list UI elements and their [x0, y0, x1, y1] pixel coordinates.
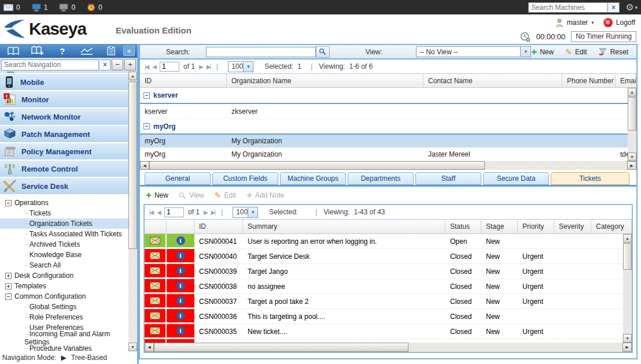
clear-search-icon[interactable]: × — [608, 2, 620, 13]
sidebar-item-patch-management[interactable]: Patch Management — [0, 126, 128, 143]
info-icon[interactable]: i — [176, 281, 185, 290]
sidebar-item-mobile[interactable]: Mobile — [0, 74, 128, 91]
search-go-button[interactable] — [316, 46, 330, 58]
scroll-up-icon[interactable]: ▲ — [623, 234, 632, 243]
column-header-email[interactable]: Email — [616, 74, 636, 87]
page-size-select[interactable]: 100▾ — [233, 207, 258, 218]
ticket-row[interactable]: i CSN000037 Target a pool take 2 Closed … — [145, 294, 632, 309]
collapse-box-icon[interactable] — [5, 294, 12, 300]
machines-online-counter[interactable]: 1 — [32, 3, 48, 12]
collapse-box-icon[interactable] — [143, 92, 150, 99]
help-icon[interactable]: ? — [50, 44, 74, 58]
column-header-summary[interactable]: Summary — [243, 220, 445, 233]
scrollbar-thumb[interactable] — [149, 161, 485, 170]
tree-item-desk-configuration[interactable]: Desk Configuration — [0, 270, 128, 281]
column-header-organization-name[interactable]: Organization Name — [227, 74, 423, 87]
tree-item-organization-tickets[interactable]: Organization Tickets — [0, 218, 128, 229]
ticket-row-partial[interactable]: i — [145, 339, 632, 343]
info-icon[interactable]: i — [176, 266, 185, 275]
tree-item-archived-tickets[interactable]: Archived Tickets — [0, 239, 128, 250]
collapse-sidebar-icon[interactable]: « — [123, 46, 135, 56]
search-navigation-input[interactable] — [1, 60, 99, 70]
sidebar-item-policy-management[interactable]: Policy Management — [0, 143, 128, 161]
column-header-mail-flag[interactable] — [145, 220, 167, 233]
column-header-id[interactable]: ID — [140, 74, 227, 87]
edit-view-button[interactable]: ✎Edit — [565, 47, 587, 57]
tab-staff[interactable]: Staff — [415, 172, 481, 185]
info-icon[interactable]: i — [176, 326, 185, 335]
next-page-icon[interactable]: ▶ — [199, 64, 202, 70]
org-row-selected[interactable]: myOrg My Organization — [140, 135, 636, 148]
logoff-button[interactable]: Logoff — [616, 18, 635, 27]
tree-item-common-configuration[interactable]: Common Configuration — [0, 291, 128, 302]
organizations-horizontal-scrollbar[interactable]: ◀ ▶ — [140, 161, 636, 170]
sidebar-vertical-scrollbar[interactable]: ▲ ▼ — [128, 72, 137, 351]
ticket-row[interactable]: i CSN000035 New ticket.... Closed New Ur… — [145, 324, 632, 339]
tickets-horizontal-scrollbar[interactable]: ◀ ▶ — [145, 343, 632, 352]
page-size-select[interactable]: 100▾ — [228, 61, 253, 72]
tree-item-role-preferences[interactable]: Role Preferences — [0, 312, 128, 322]
scroll-right-icon[interactable]: ▶ — [622, 343, 632, 352]
scrollbar-thumb[interactable] — [154, 343, 408, 352]
tickets-vertical-scrollbar[interactable]: ▲ ▼ — [623, 234, 632, 343]
navigation-mode-value[interactable]: Tree-Based — [71, 354, 107, 362]
collapse-all-button[interactable]: − — [112, 59, 123, 70]
tree-item-incoming-email-and-alarm-settings[interactable]: Incoming Email and Alarm Settings — [0, 333, 128, 343]
tab-departments[interactable]: Departments — [348, 172, 414, 185]
edit-ticket-button[interactable]: ✎Edit — [215, 191, 236, 200]
last-page-icon[interactable]: ▶| — [207, 64, 210, 70]
tree-item-templates[interactable]: Templates — [0, 281, 128, 291]
column-header-stage[interactable]: Stage — [481, 220, 518, 233]
tree-item-knowledge-base[interactable]: Knowledge Base — [0, 250, 128, 260]
column-header-category[interactable]: Category — [591, 220, 632, 233]
add-note-button[interactable]: +Add Note — [246, 191, 284, 199]
tree-item-global-settings[interactable]: Global Settings — [0, 302, 128, 312]
collapse-box-icon[interactable] — [143, 123, 150, 129]
search-machines-input[interactable] — [528, 2, 608, 13]
reset-view-button[interactable]: Reset — [599, 48, 628, 56]
expand-box-icon[interactable] — [5, 273, 12, 279]
expand-box-icon[interactable] — [5, 283, 12, 289]
scrollbar-thumb[interactable] — [623, 243, 632, 270]
first-page-icon[interactable]: |◀ — [145, 64, 148, 70]
view-select[interactable]: -- No View -- ▾ — [416, 46, 531, 57]
column-header-contact-name[interactable]: Contact Name — [423, 74, 562, 87]
info-icon[interactable]: i — [176, 296, 185, 305]
clipboard-icon[interactable] — [99, 44, 123, 58]
ticket-row[interactable]: i CSN000038 no assignee Closed New Urgen… — [145, 279, 632, 294]
expand-all-button[interactable]: + — [124, 59, 136, 70]
inbox-counter[interactable]: 0 — [3, 3, 20, 12]
org-group-row[interactable]: myOrg — [140, 119, 636, 135]
scroll-down-icon[interactable]: ▼ — [623, 334, 632, 343]
info-icon[interactable]: i — [176, 311, 185, 320]
tree-item-operations[interactable]: Operations — [0, 198, 128, 208]
new-ticket-button[interactable]: +New — [146, 191, 168, 199]
timer-clock-icon[interactable] — [520, 32, 531, 42]
chevron-down-icon[interactable]: ▾ — [520, 47, 531, 57]
ticket-row[interactable]: i CSN000041 User is reporting an error w… — [145, 234, 632, 249]
alarm-counter[interactable]: 0 — [87, 3, 102, 12]
ticket-row[interactable]: i CSN000039 Target Jango Closed New Urge… — [145, 264, 632, 279]
column-header-severity[interactable]: Severity — [554, 220, 591, 233]
org-row[interactable]: myOrg My Organization Jaster Mereel tde — [140, 148, 636, 161]
column-header-phone-number[interactable]: Phone Number — [562, 74, 616, 87]
scrollbar-thumb[interactable] — [628, 97, 636, 131]
tab-secure-data[interactable]: Secure Data — [483, 172, 549, 185]
scroll-left-icon[interactable]: ◀ — [140, 161, 149, 170]
tab-general[interactable]: General — [145, 172, 211, 185]
ticket-row[interactable]: i CSN000040 Target Service Desk Closed N… — [145, 249, 632, 264]
tree-item-tasks-associated-with-tickets[interactable]: Tasks Associated With Tickets — [0, 229, 128, 239]
tab-tickets[interactable]: Tickets — [551, 172, 629, 185]
scroll-down-icon[interactable]: ▼ — [128, 343, 137, 351]
scroll-right-icon[interactable]: ▶ — [627, 161, 636, 170]
scroll-left-icon[interactable]: ◀ — [145, 343, 154, 352]
new-view-button[interactable]: +New — [531, 48, 554, 56]
next-page-icon[interactable]: ▶ — [204, 209, 207, 216]
scroll-up-icon[interactable]: ▲ — [628, 88, 636, 96]
clear-navigation-search-icon[interactable]: × — [100, 60, 110, 70]
view-ticket-button[interactable]: View — [179, 191, 204, 199]
organizations-vertical-scrollbar[interactable]: ▲ ▼ — [628, 88, 636, 161]
user-caret-icon[interactable]: ▾ — [591, 20, 594, 25]
chevron-down-icon[interactable]: ▾ — [248, 207, 257, 217]
collapse-box-icon[interactable] — [5, 200, 12, 206]
